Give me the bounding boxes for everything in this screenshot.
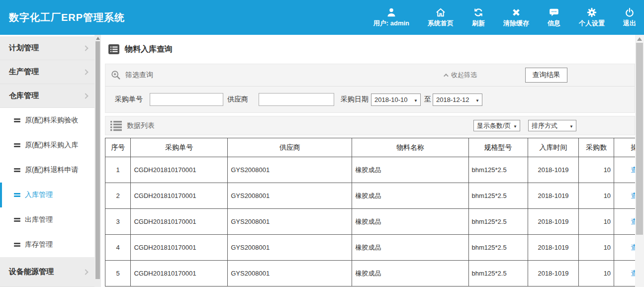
table-cell: 2018-1019	[528, 261, 579, 287]
dropdown-arrow-icon	[475, 96, 479, 103]
supplier-label: 供应商	[227, 95, 248, 104]
collapse-filter-toggle[interactable]: 收起筛选	[444, 71, 477, 80]
sidebar-group-plan-management[interactable]: 计划管理	[0, 36, 94, 60]
sidebar-item-raw-material-purchase-inbound[interactable]: 原(配)料采购入库	[0, 133, 94, 158]
nav-item-settings[interactable]: 个人设置	[579, 7, 605, 28]
page-size-value: 显示条数/页	[477, 121, 511, 130]
table-cell: 10	[579, 235, 614, 261]
zoom-search-icon	[110, 70, 121, 81]
home-icon	[435, 7, 446, 18]
supplier-input[interactable]	[259, 93, 334, 106]
menu-bars-icon	[14, 193, 20, 197]
scroll-up-icon[interactable]	[96, 37, 100, 40]
nav-item-clear-cache[interactable]: 清除缓存	[503, 7, 529, 28]
layout: 计划管理生产管理仓库管理原(配)料采购验收原(配)料采购入库原(配)料退料申请入…	[0, 35, 644, 287]
table-cell: 5	[105, 261, 131, 287]
date-from-select[interactable]: 2018-10-10	[371, 94, 421, 106]
chevron-right-icon	[83, 69, 88, 75]
table-cell: 橡胶成品	[352, 235, 468, 261]
dropdown-arrow-icon	[414, 96, 418, 103]
sidebar-item-outbound-management[interactable]: 出库管理	[0, 207, 94, 232]
page-title: 物料入库查询	[125, 44, 173, 55]
menu-bars-icon	[14, 218, 20, 222]
purchase-no-label: 采购单号	[115, 95, 143, 104]
table-cell: 橡胶成品	[352, 157, 468, 183]
sidebar-item-label: 原(配)料退料申请	[25, 166, 78, 175]
sidebar-group-warehouse-management[interactable]: 仓库管理	[0, 84, 94, 108]
table-cell: CGDH201810170001	[131, 209, 228, 235]
sidebar-item-inbound-management[interactable]: 入库管理	[0, 183, 94, 207]
sidebar-scrollbar-thumb[interactable]	[95, 41, 100, 279]
chevron-right-icon	[83, 93, 88, 98]
table-cell: CGDH201810170001	[131, 235, 228, 261]
table-cell: bhm125*2.5	[468, 157, 528, 183]
table-cell: bhm125*2.5	[468, 235, 528, 261]
table-cell: 10	[579, 209, 614, 235]
sidebar-item-label: 库存管理	[25, 240, 53, 249]
sidebar-item-label: 入库管理	[25, 191, 53, 199]
table-cell: 2018-1019	[528, 235, 579, 261]
table-row: 2CGDH201810170001GYS2008001橡胶成品bhm125*2.…	[105, 183, 644, 209]
nav-item-logout[interactable]: 退出	[623, 7, 636, 28]
main-scrollbar[interactable]	[635, 35, 644, 287]
chevron-right-icon	[83, 269, 88, 275]
nav-item-messages[interactable]: 信息	[548, 7, 560, 28]
filter-fields: 采购单号 供应商 采购日期 2018-10-10 至 2018-12-12	[105, 87, 635, 112]
app-title: 数字化工厂ERP管理系统	[9, 11, 125, 24]
data-list-icon	[110, 120, 122, 131]
table-cell: 1	[105, 157, 131, 183]
table-cell: 2018-1019	[528, 183, 579, 209]
table-row: 1CGDH201810170001GYS2008001橡胶成品bhm125*2.…	[105, 157, 644, 183]
gear-icon	[586, 7, 597, 18]
column-header: 规格型号	[468, 138, 528, 157]
date-to-select[interactable]: 2018-12-12	[433, 94, 482, 106]
table-cell: 2018-1019	[528, 209, 579, 235]
table-cell: GYS2008001	[228, 209, 352, 235]
purchase-no-input[interactable]	[150, 93, 223, 106]
nav-item-label: 清除缓存	[503, 19, 529, 28]
page-header: 物料入库查询	[101, 35, 644, 64]
collapse-filter-label: 收起筛选	[451, 71, 477, 80]
sidebar-item-raw-material-return-request[interactable]: 原(配)料退料申请	[0, 158, 94, 183]
sidebar-item-raw-material-purchase-acceptance[interactable]: 原(配)料采购验收	[0, 108, 94, 133]
table-cell: 2	[105, 183, 131, 209]
sidebar-group-label: 设备能源管理	[9, 267, 54, 277]
app-header: 数字化工厂ERP管理系统 用户: admin系统首页刷新清除缓存信息个人设置退出	[0, 0, 644, 35]
nav-item-user[interactable]: 用户: admin	[373, 7, 409, 28]
date-to-value: 2018-12-12	[436, 96, 469, 103]
nav-item-label: 用户: admin	[373, 19, 409, 28]
table-cell: CGDH201810170001	[131, 183, 228, 209]
power-icon	[624, 7, 635, 18]
table-cell: CGDH201810170001	[131, 261, 228, 287]
nav-item-label: 退出	[623, 19, 636, 28]
nav-item-refresh[interactable]: 刷新	[472, 7, 485, 28]
data-list-header: 数据列表 显示条数/页 排序方式	[105, 116, 635, 135]
dropdown-arrow-icon	[569, 122, 573, 129]
sidebar-item-label: 原(配)料采购入库	[25, 141, 78, 150]
nav-item-home[interactable]: 系统首页	[428, 7, 454, 28]
main-scrollbar-thumb[interactable]	[636, 43, 643, 235]
table-cell: 10	[579, 157, 614, 183]
scroll-up-icon[interactable]	[637, 37, 642, 41]
sidebar-items: 计划管理生产管理仓库管理原(配)料采购验收原(配)料采购入库原(配)料退料申请入…	[0, 36, 94, 287]
table-cell: 10	[579, 261, 614, 287]
date-to-joiner: 至	[424, 95, 431, 104]
sidebar-group-equipment-energy-management[interactable]: 设备能源管理	[0, 257, 94, 287]
chevron-up-icon	[444, 73, 449, 78]
sidebar-group-production-management[interactable]: 生产管理	[0, 60, 94, 84]
table-cell: 10	[579, 183, 614, 209]
query-result-button[interactable]: 查询结果	[525, 68, 567, 83]
page-size-select[interactable]: 显示条数/页	[473, 120, 520, 131]
sidebar-item-inventory-management[interactable]: 库存管理	[0, 232, 94, 257]
user-icon	[386, 7, 397, 18]
filter-panel: 筛选查询 收起筛选 查询结果 采购单号 供应商 采购日期 2018-10-10 …	[105, 64, 635, 113]
table-row: 4CGDH201810170001GYS2008001橡胶成品bhm125*2.…	[105, 235, 644, 261]
column-header: 采购数	[579, 138, 614, 157]
sort-select[interactable]: 排序方式	[528, 120, 576, 131]
menu-bars-icon	[14, 243, 20, 247]
column-header: 入库时间	[528, 138, 579, 157]
column-header: 采购单号	[131, 138, 228, 157]
sidebar-scrollbar[interactable]	[94, 35, 101, 287]
chevron-right-icon	[83, 45, 88, 51]
table-cell: GYS2008001	[228, 235, 352, 261]
